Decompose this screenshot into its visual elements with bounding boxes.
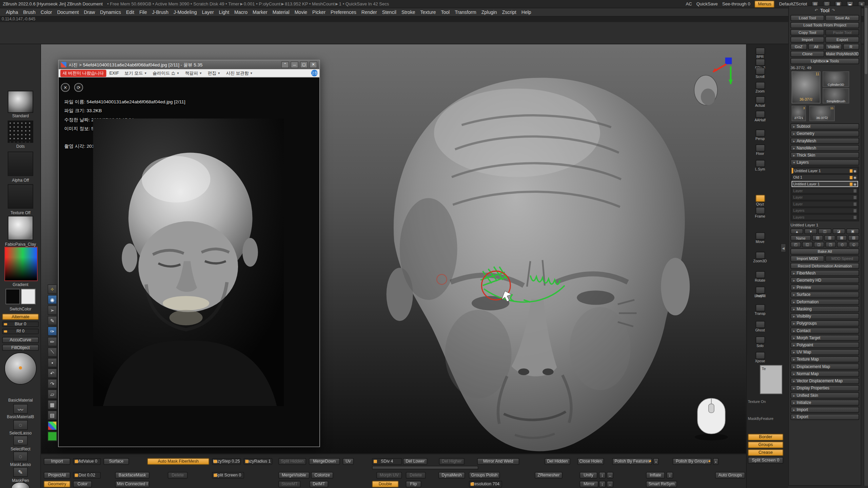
- brush-standard-thumb[interactable]: [8, 91, 33, 113]
- layer-eye-icon[interactable]: ◉: [853, 169, 856, 172]
- section-texture-map[interactable]: Texture Map: [790, 356, 859, 362]
- del-higher[interactable]: Del Higher: [439, 458, 465, 465]
- mirror-axis-h[interactable]: ↔: [607, 481, 613, 488]
- layer-util-buttons-3[interactable]: ◲: [814, 242, 824, 247]
- menu-color[interactable]: Color: [38, 9, 55, 15]
- 36-37각-thumb[interactable]: 36-37각11: [809, 106, 835, 121]
- l-sym[interactable]: L.Sym: [748, 160, 772, 174]
- rotate[interactable]: Rotate: [748, 271, 772, 285]
- inflate[interactable]: Inflate: [646, 472, 665, 479]
- dot-icon[interactable]: •: [47, 358, 57, 367]
- section-export[interactable]: Export: [790, 414, 859, 420]
- menu-file[interactable]: File: [137, 9, 150, 15]
- texture-off-thumb[interactable]: [8, 184, 33, 209]
- move[interactable]: Move: [748, 232, 772, 247]
- mergedown[interactable]: MergeDown: [309, 458, 340, 465]
- flip[interactable]: Flip: [406, 481, 421, 488]
- section-contact[interactable]: Contact: [790, 328, 859, 334]
- clone-button[interactable]: Clone: [790, 51, 824, 57]
- groups-button[interactable]: Groups: [748, 442, 783, 448]
- undo-icon[interactable]: ↶: [47, 368, 57, 378]
- section-import[interactable]: Import: [790, 407, 859, 413]
- layer-util-buttons-5[interactable]: ◴: [837, 242, 848, 247]
- layer-item[interactable]: Layers: [792, 207, 858, 214]
- goz-button[interactable]: GoZ: [790, 44, 807, 50]
- layer-util-buttons-4[interactable]: ◳: [825, 242, 836, 247]
- green-swatch[interactable]: ■: [47, 431, 57, 441]
- resolution-704[interactable]: Resolution 704: [469, 481, 502, 488]
- visible-button[interactable]: Visible: [825, 44, 842, 50]
- menu-j-modeling[interactable]: J-Modeling: [171, 9, 199, 15]
- layer-arrow-buttons-1[interactable]: ▲: [790, 228, 803, 234]
- double[interactable]: Double: [372, 481, 398, 488]
- secondary-color-swatch[interactable]: [21, 289, 35, 304]
- zoom[interactable]: Zoom: [748, 82, 772, 96]
- menu-고정[interactable]: 고정: [311, 70, 318, 77]
- accucurve[interactable]: AccuCurve: [2, 337, 39, 343]
- maximize-button[interactable]: ▢: [300, 61, 308, 68]
- crease-button[interactable]: Crease: [748, 449, 783, 456]
- polish-by-groups[interactable]: Polish By Groups: [673, 458, 711, 465]
- close-holes[interactable]: Close Holes: [577, 458, 604, 465]
- import[interactable]: Import: [44, 458, 70, 465]
- sdiv-scrollbar[interactable]: [372, 466, 478, 470]
- section-fibermesh[interactable]: FiberMesh: [790, 270, 859, 276]
- lazyradius-1[interactable]: LazyRadius 1: [243, 458, 272, 465]
- menu-편집[interactable]: 편집▼: [205, 69, 223, 77]
- import-button[interactable]: Import: [790, 37, 824, 43]
- section-arraymesh[interactable]: ArrayMesh: [790, 138, 859, 144]
- minimize-button[interactable]: ─: [291, 61, 298, 68]
- cylinder3d-thumb[interactable]: Cylinder3D: [823, 72, 849, 87]
- midvalue-0[interactable]: MidValue 0: [73, 458, 101, 465]
- info-close-button[interactable]: ✕: [61, 83, 70, 92]
- geometry[interactable]: Geometry: [44, 481, 70, 488]
- split-screen-0-button[interactable]: Split Screen 0: [748, 457, 783, 464]
- layer-slider-knob[interactable]: [854, 189, 856, 192]
- layer-slider-knob[interactable]: [850, 176, 852, 179]
- cursor-icon[interactable]: ➣: [47, 305, 57, 315]
- projectall[interactable]: ProjectAll: [44, 472, 70, 479]
- section-surface[interactable]: Surface: [790, 291, 859, 298]
- section-morph-target[interactable]: Morph Target: [790, 335, 859, 341]
- section-nanomesh[interactable]: NanoMesh: [790, 145, 859, 151]
- nav-head-gizmo[interactable]: [694, 75, 717, 105]
- quicksave[interactable]: QuickSave: [696, 1, 718, 6]
- section-geometry-hd[interactable]: Geometry HD: [790, 277, 859, 283]
- layer-eye-icon[interactable]: ◉: [853, 182, 856, 186]
- texture-on-label[interactable]: Texture On: [748, 400, 788, 405]
- mdd-speed-button[interactable]: MDD Speed: [825, 256, 859, 262]
- section-layers[interactable]: Layers: [790, 159, 859, 165]
- menu-exif[interactable]: EXIF: [107, 70, 121, 76]
- menu-tool[interactable]: Tool: [438, 9, 452, 15]
- pin-button[interactable]: ⌃: [281, 61, 289, 68]
- maskpen-icon[interactable]: ✎: [13, 467, 27, 477]
- basic-material-thumb[interactable]: [4, 352, 37, 385]
- section-normal-map[interactable]: Normal Map: [790, 371, 859, 377]
- morph-uv[interactable]: Morph UV: [376, 472, 402, 479]
- brush-icon[interactable]: ✑: [47, 326, 57, 336]
- wand-icon[interactable]: ✧: [47, 284, 57, 294]
- inflate-axis-v[interactable]: ↕: [667, 472, 673, 479]
- menus[interactable]: Menus: [755, 0, 775, 7]
- backfacemask[interactable]: BackfaceMask: [115, 472, 150, 479]
- layer-item[interactable]: Layer: [792, 201, 858, 207]
- layer-eye-icon[interactable]: ◉: [853, 176, 856, 179]
- section-masking[interactable]: Masking: [790, 306, 859, 312]
- info-refresh-button[interactable]: ⟳: [74, 83, 83, 92]
- polish-groups-mode-dot[interactable]: •: [713, 458, 718, 465]
- transp[interactable]: Transp: [748, 304, 772, 319]
- menu-layer[interactable]: Layer: [199, 9, 216, 15]
- solo[interactable]: Solo: [748, 337, 772, 351]
- active-tool-thumb[interactable]: 36-37각11: [792, 72, 821, 104]
- section-displacement-map[interactable]: Displacement Map: [790, 364, 859, 370]
- palette-icon[interactable]: ▩: [47, 421, 57, 430]
- layer-item[interactable]: Old 1◉: [792, 174, 858, 180]
- undo-arrow-icon[interactable]: ↶: [815, 8, 818, 13]
- zoom3d[interactable]: Zoom3D: [748, 252, 772, 266]
- all-button[interactable]: All: [808, 44, 824, 50]
- menu-texture[interactable]: Texture: [418, 9, 438, 15]
- rf-0[interactable]: Rf 0: [2, 329, 39, 334]
- pencil-icon[interactable]: ✏: [47, 337, 57, 346]
- auto-groups[interactable]: Auto Groups: [715, 472, 745, 479]
- layer-slider-knob[interactable]: [854, 216, 856, 219]
